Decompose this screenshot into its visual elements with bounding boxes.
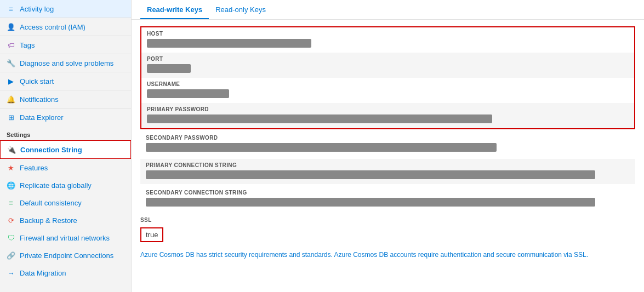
- link-icon: 🔗: [7, 251, 15, 260]
- lines-icon: ≡: [7, 198, 15, 207]
- sidebar-item-label-quickstart: Quick start: [20, 77, 54, 85]
- field-value-host[interactable]: [147, 39, 311, 48]
- tab-read-write[interactable]: Read-write Keys: [140, 0, 209, 19]
- content-area: HOSTPORTUSERNAMEPRIMARY PASSWORD SECONDA…: [132, 20, 644, 292]
- bell-icon: 🔔: [7, 95, 15, 104]
- sidebar-item-backup-restore[interactable]: ⟳Backup & Restore: [0, 211, 131, 229]
- plug-icon: 🔌: [7, 145, 16, 154]
- field-secondary-connection-string: SECONDARY CONNECTION STRING: [140, 186, 635, 211]
- field-outer-secondary-password: SECONDARY PASSWORD: [140, 131, 635, 159]
- tabs-bar: Read-write KeysRead-only Keys: [132, 0, 644, 20]
- sidebar-item-label-activity-log: Activity log: [20, 5, 54, 13]
- ssl-field: SSL true: [140, 214, 635, 245]
- field-primary-password: PRIMARY PASSWORD: [141, 103, 634, 128]
- field-label-secondary-password: SECONDARY PASSWORD: [146, 135, 630, 141]
- field-value-username[interactable]: [147, 89, 229, 98]
- sidebar-settings-label-firewall: Firewall and virtual networks: [20, 234, 110, 242]
- sidebar-settings-label-private-endpoint: Private Endpoint Connections: [20, 251, 113, 260]
- notice-text: Azure Cosmos DB has strict security requ…: [140, 250, 635, 260]
- grid-icon: ⊞: [7, 113, 15, 122]
- field-outer-secondary-connection-string: SECONDARY CONNECTION STRING: [140, 186, 635, 214]
- sidebar-item-quickstart[interactable]: ▶Quick start: [0, 72, 131, 90]
- main-content: Read-write KeysRead-only Keys HOSTPORTUS…: [132, 0, 644, 292]
- field-port: PORT: [141, 53, 634, 78]
- field-value-port[interactable]: [147, 64, 191, 73]
- sidebar-item-access-control[interactable]: 👤Access control (IAM): [0, 18, 131, 36]
- sidebar: ≡Activity log👤Access control (IAM)🏷Tags🔧…: [0, 0, 132, 292]
- ssl-value-box: true: [140, 227, 163, 242]
- sidebar-item-default-consistency[interactable]: ≡Default consistency: [0, 194, 131, 211]
- sidebar-item-replicate[interactable]: 🌐Replicate data globally: [0, 176, 131, 194]
- field-value-primary-password[interactable]: [147, 114, 492, 123]
- sidebar-item-label-notifications: Notifications: [20, 95, 59, 104]
- restore-icon: ⟳: [7, 216, 15, 225]
- sidebar-settings-label-data-migration: Data Migration: [20, 269, 66, 277]
- sidebar-item-diagnose[interactable]: 🔧Diagnose and solve problems: [0, 54, 131, 72]
- tab-read-only[interactable]: Read-only Keys: [209, 0, 272, 19]
- sidebar-item-private-endpoint[interactable]: 🔗Private Endpoint Connections: [0, 247, 131, 264]
- field-value-secondary-password[interactable]: [146, 143, 497, 152]
- sidebar-item-data-migration[interactable]: →Data Migration: [0, 264, 131, 282]
- shield-icon: 🛡: [7, 233, 15, 242]
- sidebar-settings-label-default-consistency: Default consistency: [20, 199, 82, 207]
- sidebar-item-data-explorer[interactable]: ⊞Data Explorer: [0, 108, 131, 126]
- sidebar-settings-label-features: Features: [20, 164, 48, 172]
- globe-icon: 🌐: [7, 181, 15, 190]
- field-primary-connection-string: PRIMARY CONNECTION STRING: [140, 159, 635, 184]
- field-username: USERNAME: [141, 78, 634, 103]
- sidebar-item-connection-string[interactable]: 🔌Connection String: [0, 140, 131, 159]
- sidebar-item-label-tags: Tags: [20, 41, 35, 49]
- sidebar-item-label-access-control: Access control (IAM): [20, 23, 86, 31]
- sidebar-item-features[interactable]: ★Features: [0, 159, 131, 176]
- ssl-label: SSL: [140, 217, 635, 223]
- tag-icon: 🏷: [7, 41, 15, 49]
- field-label-secondary-connection-string: SECONDARY CONNECTION STRING: [146, 190, 630, 196]
- field-secondary-password: SECONDARY PASSWORD: [140, 131, 635, 157]
- rocket-icon: ▶: [7, 77, 15, 85]
- migration-icon: →: [7, 268, 15, 277]
- sidebar-settings-label-backup-restore: Backup & Restore: [20, 216, 77, 225]
- settings-section-label: Settings: [0, 126, 131, 140]
- field-label-host: HOST: [147, 31, 629, 37]
- field-outer-primary-connection-string: PRIMARY CONNECTION STRING: [140, 159, 635, 186]
- ssl-value: true: [146, 231, 158, 239]
- sidebar-settings-label-connection-string: Connection String: [20, 146, 82, 154]
- field-label-primary-password: PRIMARY PASSWORD: [147, 106, 629, 112]
- field-value-primary-connection-string[interactable]: [146, 170, 595, 179]
- list-icon: ≡: [7, 4, 15, 13]
- field-value-secondary-connection-string[interactable]: [146, 198, 595, 207]
- field-label-primary-connection-string: PRIMARY CONNECTION STRING: [146, 162, 630, 168]
- sidebar-item-firewall[interactable]: 🛡Firewall and virtual networks: [0, 229, 131, 247]
- field-label-port: PORT: [147, 56, 629, 62]
- field-label-username: USERNAME: [147, 81, 629, 87]
- sidebar-settings-label-replicate: Replicate data globally: [20, 181, 92, 190]
- sidebar-item-notifications[interactable]: 🔔Notifications: [0, 90, 131, 108]
- sidebar-item-tags[interactable]: 🏷Tags: [0, 36, 131, 54]
- field-host: HOST: [141, 27, 634, 53]
- sidebar-item-label-diagnose: Diagnose and solve problems: [20, 59, 113, 67]
- red-fields-group: HOSTPORTUSERNAMEPRIMARY PASSWORD: [140, 26, 635, 129]
- person-icon: 👤: [7, 22, 15, 31]
- sidebar-item-label-data-explorer: Data Explorer: [20, 113, 63, 122]
- star-icon: ★: [7, 163, 15, 172]
- wrench-icon: 🔧: [7, 59, 15, 67]
- sidebar-item-activity-log[interactable]: ≡Activity log: [0, 0, 131, 18]
